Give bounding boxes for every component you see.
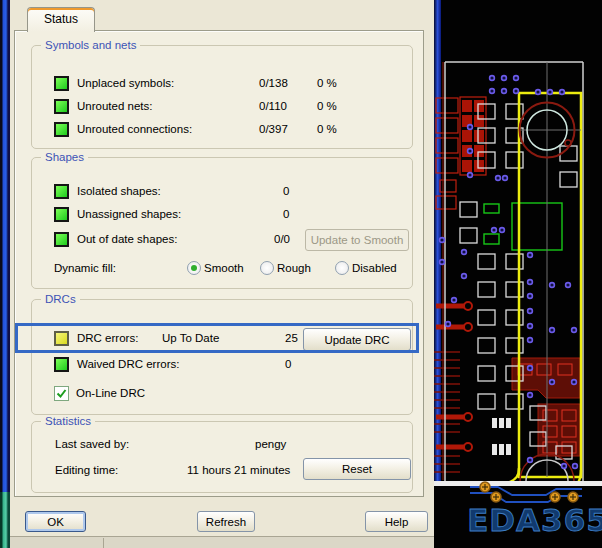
status-bar-strip (10, 537, 434, 548)
status-led-green-icon[interactable] (54, 99, 69, 114)
radio-smooth[interactable] (187, 261, 201, 275)
radio-smooth-label[interactable]: Smooth (204, 262, 244, 274)
status-led-green-icon[interactable] (54, 232, 69, 247)
update-drc-button[interactable]: Update DRC (303, 328, 411, 351)
group-symbols-and-nets: Symbols and nets Unplaced symbols: 0/138… (31, 45, 413, 149)
row-label: Unrouted nets: (77, 100, 152, 112)
ok-button[interactable]: OK (25, 511, 86, 532)
check-icon (55, 387, 68, 400)
screen: Status Symbols and nets Unplaced symbols… (0, 0, 602, 548)
eda365-watermark: EDA365 (467, 502, 602, 538)
window-left-border-bottom (0, 492, 10, 548)
window-left-border (0, 0, 10, 492)
row-value: 0/110 (259, 100, 287, 112)
drc-errors-value: 25 (285, 332, 298, 344)
status-led-green-icon[interactable] (54, 184, 69, 199)
drc-errors-status: Up To Date (162, 332, 219, 344)
pcb-window-border (434, 0, 441, 548)
status-led-green-icon[interactable] (54, 122, 69, 137)
update-to-smooth-button[interactable]: Update to Smooth (305, 229, 409, 251)
online-drc-label[interactable]: On-Line DRC (76, 387, 145, 399)
status-dialog: Status Symbols and nets Unplaced symbols… (0, 0, 434, 548)
group-statistics: Statistics Last saved by: pengy Editing … (31, 421, 413, 493)
radio-rough[interactable] (260, 261, 274, 275)
status-led-green-icon[interactable] (54, 76, 69, 91)
radio-disabled[interactable] (335, 261, 349, 275)
row-percent: 0 % (317, 123, 337, 135)
radio-disabled-label[interactable]: Disabled (352, 262, 397, 274)
status-bar-tick (103, 538, 104, 548)
status-led-yellow-icon[interactable] (54, 331, 69, 346)
row-label: Out of date shapes: (77, 233, 177, 245)
row-label: Isolated shapes: (77, 185, 161, 197)
row-label: Unassigned shapes: (77, 208, 181, 220)
group-shapes: Shapes Isolated shapes: 0 Unassigned sha… (31, 157, 413, 289)
status-tab-page: Symbols and nets Unplaced symbols: 0/138… (14, 30, 424, 497)
online-drc-checkbox[interactable] (54, 386, 69, 401)
row-percent: 0 % (317, 77, 337, 89)
refresh-button[interactable]: Refresh (197, 511, 255, 532)
group-title: Statistics (41, 415, 95, 427)
row-value: 0/138 (259, 77, 288, 89)
last-saved-by-value: pengy (255, 438, 286, 450)
waived-drc-label: Waived DRC errors: (77, 358, 179, 370)
last-saved-by-label: Last saved by: (55, 438, 129, 450)
row-label: Unrouted connections: (77, 123, 192, 135)
row-value: 0 (283, 185, 289, 197)
editing-time-value: 11 hours 21 minutes (187, 464, 290, 476)
radio-rough-label[interactable]: Rough (277, 262, 311, 274)
pcb-design-view[interactable]: EDA365 (434, 0, 602, 548)
group-title: Shapes (41, 151, 88, 163)
row-label: Unplaced symbols: (77, 77, 174, 89)
editing-time-label: Editing time: (55, 464, 118, 476)
group-title: Symbols and nets (41, 39, 140, 51)
status-led-green-icon[interactable] (54, 207, 69, 222)
group-drcs: DRCs DRC errors: Up To Date 25 Update DR… (31, 299, 413, 415)
waived-drc-value: 0 (285, 358, 291, 370)
help-button[interactable]: Help (365, 511, 428, 532)
board-bottom-edge (434, 481, 602, 486)
row-value: 0/397 (259, 123, 288, 135)
reset-button[interactable]: Reset (303, 458, 411, 480)
tab-status[interactable]: Status (27, 7, 95, 32)
row-value: 0/0 (274, 233, 290, 245)
row-value: 0 (283, 208, 289, 220)
status-led-green-icon[interactable] (54, 357, 69, 372)
dynamic-fill-label: Dynamic fill: (54, 262, 116, 274)
drc-errors-label: DRC errors: (77, 332, 138, 344)
group-title: DRCs (41, 293, 80, 305)
row-percent: 0 % (317, 100, 337, 112)
